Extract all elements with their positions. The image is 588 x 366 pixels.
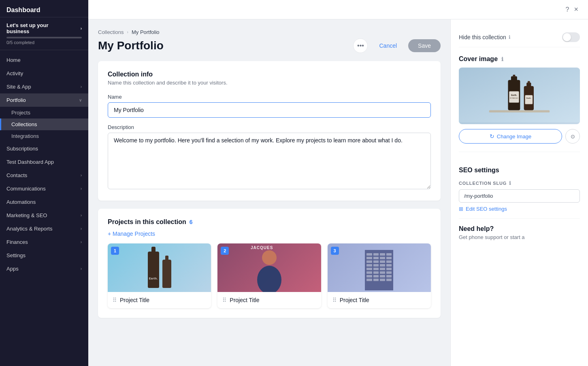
main-panel: Collections › My Portfolio My Portfolio … [88, 19, 450, 366]
slug-input[interactable] [459, 189, 580, 203]
description-textarea[interactable]: Welcome to my portfolio. Here you'll fin… [108, 133, 431, 189]
cover-image: Earth. BOTANICALS Earth. [459, 68, 580, 124]
drag-handle-icon: ⠿ [332, 297, 337, 303]
chevron-right-icon: › [81, 267, 82, 271]
project-info-3: ⠿ Project Title [328, 292, 431, 308]
refresh-icon: ↻ [490, 133, 494, 140]
sidebar-item-finances[interactable]: Finances › [0, 235, 88, 249]
setup-section: Let's set up your business › 0/5 complet… [0, 17, 88, 50]
slug-info-icon[interactable]: ℹ [509, 180, 511, 186]
more-options-button[interactable]: ••• [353, 38, 368, 53]
chevron-right-icon: › [81, 85, 82, 89]
projects-card: Projects in this collection 6 + Manage P… [98, 209, 441, 318]
svg-point-1 [262, 250, 277, 265]
sidebar-item-subscriptions[interactable]: Subscriptions [0, 142, 88, 155]
svg-rect-4 [489, 110, 550, 113]
chevron-right-icon: › [81, 173, 82, 178]
content-area: Collections › My Portfolio My Portfolio … [88, 19, 588, 366]
chevron-right-icon: › [81, 240, 82, 244]
sidebar-item-test-dashboard[interactable]: Test Dashboard App [0, 155, 88, 169]
close-icon[interactable]: × [574, 5, 578, 14]
svg-rect-8 [509, 91, 519, 103]
help-icon[interactable]: ? [566, 6, 569, 13]
slug-label: COLLECTION SLUG ℹ [459, 180, 580, 186]
toggle-knob [563, 33, 571, 41]
right-panel: Hide this collection ℹ Cover image ℹ [450, 19, 588, 366]
topbar: ? × [88, 0, 588, 19]
manage-projects-link[interactable]: + Manage Projects [108, 231, 431, 237]
sidebar-item-marketing[interactable]: Marketing & SEO › [0, 209, 88, 222]
svg-text:JACQUES: JACQUES [251, 245, 273, 250]
drag-handle-icon: ⠿ [113, 297, 117, 303]
cancel-button[interactable]: Cancel [371, 39, 405, 52]
svg-rect-6 [511, 76, 517, 81]
sidebar-sub-projects[interactable]: Projects [0, 107, 88, 118]
cover-info-icon[interactable]: ℹ [501, 56, 503, 62]
project-info-1: ⠿ Project Title [108, 292, 211, 308]
project-name-2: Project Title [230, 297, 259, 303]
topbar-right: ? × [566, 5, 578, 14]
projects-count: 6 [190, 219, 193, 225]
collection-info-subtitle: Name this collection and describe it to … [108, 80, 431, 86]
project-card-3: 3 [328, 243, 431, 308]
project-num-3: 3 [331, 247, 339, 255]
hide-collection-toggle[interactable] [562, 32, 580, 42]
projects-grid: 1 Earth. [108, 243, 431, 308]
name-input[interactable] [108, 102, 431, 118]
image-actions: ↻ Change Image ⊙ [459, 129, 580, 144]
camera-button[interactable]: ⊙ [565, 129, 580, 144]
sidebar-item-analytics[interactable]: Analytics & Reports › [0, 222, 88, 235]
svg-rect-7 [513, 75, 516, 77]
breadcrumb-current: My Portfolio [132, 29, 160, 35]
save-button[interactable]: Save [408, 39, 441, 52]
setup-chevron-icon: › [81, 26, 82, 31]
info-icon[interactable]: ℹ [509, 34, 511, 40]
sidebar-item-contacts[interactable]: Contacts › [0, 169, 88, 182]
need-help-subtitle: Get phone support or start a [459, 234, 580, 240]
sidebar-item-automations[interactable]: Automations [0, 195, 88, 209]
projects-header: Projects in this collection 6 [108, 218, 431, 226]
sidebar-sub-integrations[interactable]: Integrations [0, 130, 88, 142]
project-name-3: Project Title [340, 297, 369, 303]
sidebar-item-portfolio[interactable]: Portfolio ∨ [0, 93, 88, 107]
name-label: Name [108, 94, 431, 100]
cover-image-svg: Earth. BOTANICALS Earth. [459, 68, 580, 124]
chevron-right-icon: › [81, 213, 82, 218]
svg-text:Earth.: Earth. [526, 97, 531, 99]
drag-handle-icon: ⠿ [222, 297, 226, 303]
cover-image-title: Cover image ℹ [459, 55, 580, 63]
chevron-right-icon: › [81, 226, 82, 231]
edit-seo-icon: ⊞ [459, 206, 463, 212]
seo-title: SEO settings [459, 167, 580, 174]
sidebar-sub-collections[interactable]: Collections [0, 118, 88, 130]
project-thumb-2: 2 JACQUES [217, 243, 321, 292]
sidebar-item-communications[interactable]: Communications › [0, 182, 88, 195]
sidebar-nav: Home Activity Site & App › Portfolio ∨ P… [0, 50, 88, 366]
main-content: ? × Collections › My Portfolio My Portfo… [88, 0, 588, 366]
progress-bar [6, 37, 82, 38]
edit-seo-link[interactable]: ⊞ Edit SEO settings [459, 206, 580, 212]
project-info-2: ⠿ Project Title [217, 292, 321, 308]
setup-title[interactable]: Let's set up your business › [6, 22, 82, 34]
projects-title: Projects in this collection [108, 218, 186, 226]
progress-label: 0/5 completed [6, 40, 82, 45]
chevron-right-icon: › [81, 186, 82, 191]
project-card-1: 1 Earth. [108, 243, 211, 308]
sidebar-item-settings[interactable]: Settings [0, 249, 88, 262]
sidebar-item-home[interactable]: Home [0, 53, 88, 67]
page-title: My Portfolio [98, 39, 164, 52]
sidebar-item-activity[interactable]: Activity [0, 67, 88, 80]
person-image: JACQUES [217, 243, 321, 292]
change-image-button[interactable]: ↻ Change Image [459, 129, 562, 144]
project-thumb-3: 3 [328, 243, 431, 292]
breadcrumb-collections-link[interactable]: Collections [98, 29, 124, 35]
svg-point-2 [257, 266, 281, 292]
project-card-2: 2 JACQUES ⠿ Project Title [217, 243, 321, 308]
page-header: My Portfolio ••• Cancel Save [98, 38, 441, 53]
sidebar: Dashboard Let's set up your business › 0… [0, 0, 88, 366]
app-title: Dashboard [0, 0, 88, 17]
need-help-section: Need help? Get phone support or start a [459, 218, 580, 240]
sidebar-item-apps[interactable]: Apps › [0, 262, 88, 275]
svg-text:BOTANICALS: BOTANICALS [510, 97, 518, 99]
sidebar-item-site-app[interactable]: Site & App › [0, 80, 88, 93]
